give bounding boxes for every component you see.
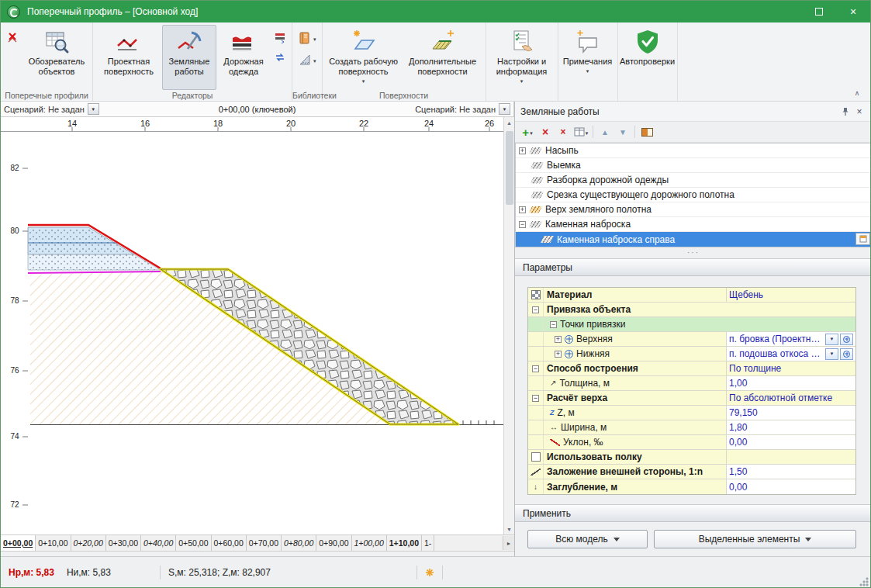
delete-all-button[interactable]: ×: [555, 123, 572, 140]
row-settings-button[interactable]: [855, 233, 870, 245]
prop-row-top-calc[interactable]: − Расчёт верха По абсолютной отметке: [528, 391, 855, 406]
tab-picket[interactable]: 1+10,00: [387, 535, 422, 551]
apply-whole-model-button[interactable]: Всю модель: [527, 530, 648, 548]
tab-picket[interactable]: 1+00,00: [352, 535, 387, 551]
resize-grip[interactable]: [859, 576, 869, 586]
prop-value[interactable]: п. подошва откоса … ▼: [727, 347, 855, 361]
tab-picket[interactable]: 0+10,00: [36, 535, 71, 551]
value-dropdown-button[interactable]: ▼: [825, 334, 838, 345]
prop-value[interactable]: 1,50: [727, 465, 855, 479]
prop-value[interactable]: 0,00: [727, 479, 855, 494]
prop-row-outer-slope[interactable]: Заложение внешней стороны, 1:n 1,50: [528, 465, 855, 479]
panel-close-button[interactable]: ×: [852, 105, 866, 119]
prop-row-material[interactable]: Материал Щебень: [528, 288, 855, 303]
tab-picket[interactable]: 0+00,00: [1, 535, 36, 551]
profile-drawing[interactable]: 1416 1820 2224 26 8280 7876 7472: [1, 117, 503, 534]
swap-tool-button[interactable]: [272, 50, 288, 65]
value-dropdown-button[interactable]: ▼: [825, 348, 838, 360]
prop-value[interactable]: 0,00: [727, 435, 855, 449]
tree-item-subgrade-top[interactable]: + Верх земляного полотна: [516, 202, 871, 217]
ribbon-collapse-button[interactable]: ∧: [850, 88, 864, 99]
use-bench-checkbox[interactable]: [531, 452, 541, 462]
prop-row-thickness[interactable]: ↗ Толщина, м 1,00: [528, 376, 855, 391]
tab-picket[interactable]: 0+40,00: [141, 535, 176, 551]
scenario-right-dropdown-button[interactable]: ▼: [499, 103, 510, 115]
apply-selected-elements-button[interactable]: Выделенные элементы: [654, 530, 856, 548]
add-element-button[interactable]: + ▾: [519, 123, 536, 140]
prop-row-embedment[interactable]: ↓ Заглубление, м 0,00: [528, 479, 855, 494]
prop-row-upper-point[interactable]: + Верхняя п. бровка (Проектн… ▼: [528, 332, 855, 347]
pick-point-button[interactable]: [840, 348, 853, 360]
tab-picket[interactable]: 0+30,00: [106, 535, 141, 551]
pin-button[interactable]: [838, 105, 852, 119]
tab-picket[interactable]: 0+50,00: [176, 535, 211, 551]
pick-point-button[interactable]: [840, 334, 853, 345]
layers-tool-button[interactable]: [272, 29, 288, 45]
tab-picket[interactable]: 0+80,00: [282, 535, 316, 551]
prop-value[interactable]: 1,00: [727, 376, 855, 390]
prop-value[interactable]: Щебень: [727, 288, 855, 302]
prop-value[interactable]: По абсолютной отметке: [727, 391, 855, 405]
library-ruler-button[interactable]: ▾: [296, 51, 318, 68]
tab-picket[interactable]: 0+70,00: [247, 535, 282, 551]
delete-element-button[interactable]: ×: [537, 123, 554, 140]
close-button[interactable]: ×: [836, 1, 870, 22]
prop-row-method[interactable]: − Способ построения По толщине: [528, 361, 855, 376]
prop-row-width[interactable]: ↔ Ширина, м 1,80: [528, 420, 855, 435]
autochecks-button[interactable]: Автопроверки: [620, 25, 675, 90]
create-work-surface-button[interactable]: Создать рабочую поверхность ▾: [325, 25, 403, 90]
canvas-vertical-scrollbar[interactable]: ▲ ▼: [503, 117, 514, 534]
expander-icon[interactable]: −: [532, 365, 539, 372]
move-down-button[interactable]: ▼: [614, 123, 631, 140]
tab-picket[interactable]: 0+90,00: [316, 535, 351, 551]
prop-row-use-bench[interactable]: Использовать полку: [528, 450, 855, 465]
move-up-button[interactable]: ▲: [596, 123, 614, 140]
tree-item-pavement-removal[interactable]: Разборка дорожной одежды: [516, 173, 871, 188]
scroll-up-button[interactable]: ▲: [504, 117, 514, 128]
design-surface-button[interactable]: Проектная поверхность: [95, 25, 162, 90]
prop-row-z[interactable]: Z Z, м 79,150: [528, 406, 855, 420]
tree-item-cut[interactable]: Выемка: [516, 158, 871, 173]
library-notebook-button[interactable]: ▾: [296, 29, 318, 47]
scenario-left-dropdown-button[interactable]: ▼: [88, 103, 99, 115]
maximize-button[interactable]: [802, 1, 836, 22]
pavement-button[interactable]: Дорожная одежда: [216, 25, 271, 90]
expander-icon[interactable]: −: [550, 321, 557, 328]
expander-icon[interactable]: −: [532, 306, 539, 313]
expander-icon[interactable]: +: [519, 147, 526, 154]
tab-picket[interactable]: 0+60,00: [212, 535, 247, 551]
expander-icon[interactable]: −: [532, 395, 539, 402]
earthworks-button[interactable]: Земляные работы: [162, 25, 216, 90]
expander-icon[interactable]: +: [555, 351, 562, 358]
settings-info-button[interactable]: Настройки и информация ▾: [489, 25, 555, 90]
profile-canvas-area[interactable]: 1416 1820 2224 26 8280 7876 7472: [1, 117, 503, 534]
expander-icon[interactable]: +: [555, 336, 562, 343]
tab-picket[interactable]: 1-: [422, 535, 434, 551]
prop-row-lower-point[interactable]: + Нижняя п. подошва откоса … ▼: [528, 347, 855, 361]
notes-button[interactable]: Примечания ▾: [561, 25, 615, 90]
prop-group-binding[interactable]: − Привязка объекта: [528, 303, 855, 317]
table-view-button[interactable]: ▾: [572, 123, 589, 140]
expander-icon[interactable]: +: [519, 206, 526, 213]
tab-picket[interactable]: 0+20,00: [71, 535, 106, 551]
tree-item-rock-fill[interactable]: − Каменная наброска: [516, 217, 871, 232]
scroll-down-button[interactable]: ▼: [504, 524, 514, 534]
tree-item-rock-fill-right[interactable]: Каменная наброска справа: [516, 232, 871, 247]
delete-profile-button[interactable]: [5, 29, 22, 47]
object-explorer-button[interactable]: Обозреватель объектов: [23, 25, 90, 90]
panel-splitter[interactable]: ···: [515, 247, 871, 257]
prop-row-slope[interactable]: Уклон, ‰ 0,00: [528, 435, 855, 450]
additional-surfaces-button[interactable]: Дополнительные поверхности: [403, 25, 483, 90]
prop-value[interactable]: 1,80: [727, 420, 855, 434]
prop-value[interactable]: 79,150: [727, 406, 855, 420]
tabs-scroll-right-button[interactable]: ►: [503, 536, 514, 550]
prop-group-binding-points[interactable]: − Точки привязки: [528, 317, 855, 332]
prop-value[interactable]: По толщине: [727, 361, 855, 375]
surface-style-button[interactable]: [638, 123, 655, 140]
tree-item-embankment[interactable]: + Насыпь: [516, 144, 871, 158]
tree-item-existing-road-cut[interactable]: Срезка существующего дорожного полотна: [516, 188, 871, 202]
prop-value[interactable]: п. бровка (Проектн… ▼: [727, 332, 855, 346]
scrollbar-thumb[interactable]: [506, 131, 513, 205]
dropdown-icon: ▼: [830, 351, 835, 356]
expander-icon[interactable]: −: [519, 221, 526, 228]
